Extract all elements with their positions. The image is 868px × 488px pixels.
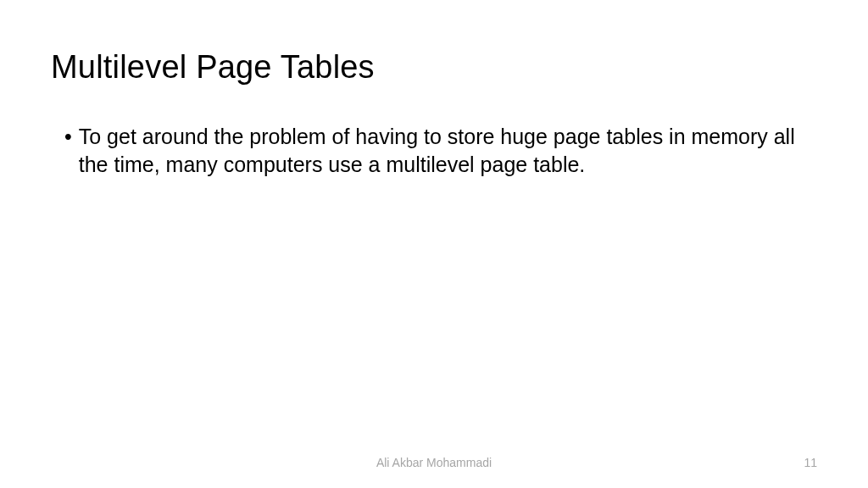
slide-container: Multilevel Page Tables • To get around t… xyxy=(0,0,868,488)
slide-footer: Ali Akbar Mohammadi 11 xyxy=(0,456,868,469)
slide-title: Multilevel Page Tables xyxy=(51,49,817,86)
bullet-item: • To get around the problem of having to… xyxy=(64,123,817,179)
bullet-text: To get around the problem of having to s… xyxy=(79,123,817,179)
slide-content: • To get around the problem of having to… xyxy=(51,123,817,179)
bullet-marker-icon: • xyxy=(64,123,72,151)
footer-author: Ali Akbar Mohammadi xyxy=(376,456,492,469)
footer-page-number: 11 xyxy=(804,456,817,469)
